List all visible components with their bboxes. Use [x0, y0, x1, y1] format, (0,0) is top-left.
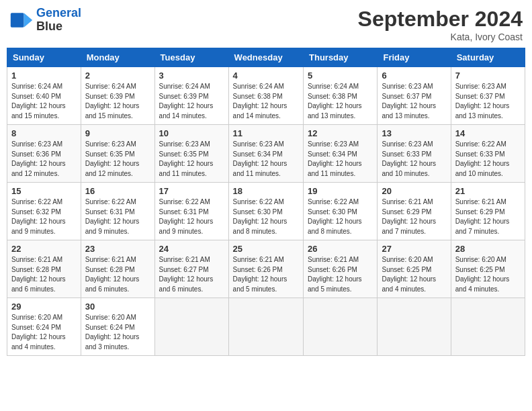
calendar-day-cell: 22 Sunrise: 6:21 AM Sunset: 6:28 PM Dayl… [7, 240, 81, 298]
day-info: Sunrise: 6:22 AM Sunset: 6:30 PM Dayligh… [233, 197, 299, 236]
day-number: 11 [233, 128, 299, 138]
day-number: 18 [233, 186, 299, 196]
day-info: Sunrise: 6:23 AM Sunset: 6:37 PM Dayligh… [455, 82, 521, 121]
svg-rect-0 [11, 13, 24, 28]
day-info: Sunrise: 6:24 AM Sunset: 6:40 PM Dayligh… [11, 82, 77, 121]
weekday-header: Tuesday [154, 48, 228, 67]
day-number: 15 [11, 186, 77, 196]
calendar-day-cell: 8 Sunrise: 6:23 AM Sunset: 6:36 PM Dayli… [7, 125, 81, 183]
day-info: Sunrise: 6:23 AM Sunset: 6:37 PM Dayligh… [382, 82, 446, 121]
calendar-day-cell: 11 Sunrise: 6:23 AM Sunset: 6:34 PM Dayl… [228, 125, 303, 183]
day-info: Sunrise: 6:23 AM Sunset: 6:33 PM Dayligh… [382, 140, 446, 179]
day-number: 6 [382, 71, 446, 81]
calendar-day-cell [154, 298, 228, 356]
day-number: 30 [85, 302, 150, 312]
calendar-day-cell: 18 Sunrise: 6:22 AM Sunset: 6:30 PM Dayl… [228, 183, 303, 240]
weekday-header: Thursday [304, 48, 378, 67]
day-number: 7 [455, 71, 521, 81]
logo: General Blue [9, 7, 81, 34]
day-info: Sunrise: 6:22 AM Sunset: 6:31 PM Dayligh… [85, 197, 150, 236]
month-title: September 2024 [358, 7, 523, 32]
day-number: 21 [455, 186, 521, 196]
logo-text: General Blue [36, 7, 81, 34]
day-number: 3 [159, 71, 224, 81]
day-number: 17 [159, 186, 224, 196]
page-header: General Blue September 2024 Kata, Ivory … [7, 7, 525, 42]
calendar-day-cell: 19 Sunrise: 6:22 AM Sunset: 6:30 PM Dayl… [304, 183, 378, 240]
calendar-week-row: 8 Sunrise: 6:23 AM Sunset: 6:36 PM Dayli… [7, 125, 525, 183]
calendar-day-cell [228, 298, 303, 356]
calendar-day-cell: 30 Sunrise: 6:20 AM Sunset: 6:24 PM Dayl… [81, 298, 154, 356]
day-info: Sunrise: 6:23 AM Sunset: 6:34 PM Dayligh… [308, 140, 373, 179]
calendar-day-cell: 26 Sunrise: 6:21 AM Sunset: 6:26 PM Dayl… [304, 240, 378, 298]
calendar-day-cell: 4 Sunrise: 6:24 AM Sunset: 6:38 PM Dayli… [228, 67, 303, 125]
calendar-day-cell [304, 298, 378, 356]
day-number: 28 [455, 244, 521, 254]
day-number: 16 [85, 186, 150, 196]
calendar-week-row: 15 Sunrise: 6:22 AM Sunset: 6:32 PM Dayl… [7, 183, 525, 240]
day-number: 26 [308, 244, 373, 254]
day-number: 8 [11, 128, 77, 138]
day-info: Sunrise: 6:21 AM Sunset: 6:27 PM Dayligh… [159, 255, 224, 294]
title-block: September 2024 Kata, Ivory Coast [358, 7, 523, 42]
day-number: 5 [308, 71, 373, 81]
day-number: 10 [159, 128, 224, 138]
calendar-day-cell: 5 Sunrise: 6:24 AM Sunset: 6:38 PM Dayli… [304, 67, 378, 125]
calendar-day-cell: 12 Sunrise: 6:23 AM Sunset: 6:34 PM Dayl… [304, 125, 378, 183]
calendar-day-cell: 15 Sunrise: 6:22 AM Sunset: 6:32 PM Dayl… [7, 183, 81, 240]
weekday-header: Saturday [451, 48, 525, 67]
day-number: 29 [11, 302, 77, 312]
day-info: Sunrise: 6:23 AM Sunset: 6:35 PM Dayligh… [159, 140, 224, 179]
calendar-day-cell: 24 Sunrise: 6:21 AM Sunset: 6:27 PM Dayl… [154, 240, 228, 298]
calendar-day-cell [451, 298, 525, 356]
weekday-header-row: SundayMondayTuesdayWednesdayThursdayFrid… [7, 48, 525, 67]
day-info: Sunrise: 6:23 AM Sunset: 6:35 PM Dayligh… [85, 140, 150, 179]
day-info: Sunrise: 6:20 AM Sunset: 6:25 PM Dayligh… [382, 255, 446, 294]
day-number: 12 [308, 128, 373, 138]
calendar-day-cell: 3 Sunrise: 6:24 AM Sunset: 6:39 PM Dayli… [154, 67, 228, 125]
location: Kata, Ivory Coast [358, 32, 523, 42]
calendar-day-cell: 7 Sunrise: 6:23 AM Sunset: 6:37 PM Dayli… [451, 67, 525, 125]
day-info: Sunrise: 6:20 AM Sunset: 6:24 PM Dayligh… [11, 313, 77, 352]
calendar-day-cell: 6 Sunrise: 6:23 AM Sunset: 6:37 PM Dayli… [378, 67, 451, 125]
day-number: 19 [308, 186, 373, 196]
day-number: 24 [159, 244, 224, 254]
day-number: 23 [85, 244, 150, 254]
day-info: Sunrise: 6:21 AM Sunset: 6:26 PM Dayligh… [233, 255, 299, 294]
day-info: Sunrise: 6:21 AM Sunset: 6:29 PM Dayligh… [382, 197, 446, 236]
calendar-day-cell: 23 Sunrise: 6:21 AM Sunset: 6:28 PM Dayl… [81, 240, 154, 298]
day-number: 9 [85, 128, 150, 138]
day-info: Sunrise: 6:23 AM Sunset: 6:34 PM Dayligh… [233, 140, 299, 179]
day-info: Sunrise: 6:22 AM Sunset: 6:33 PM Dayligh… [455, 140, 521, 179]
day-info: Sunrise: 6:24 AM Sunset: 6:38 PM Dayligh… [233, 82, 299, 121]
calendar-table: SundayMondayTuesdayWednesdayThursdayFrid… [7, 48, 525, 356]
calendar-day-cell: 1 Sunrise: 6:24 AM Sunset: 6:40 PM Dayli… [7, 67, 81, 125]
day-info: Sunrise: 6:20 AM Sunset: 6:25 PM Dayligh… [455, 255, 521, 294]
day-number: 14 [455, 128, 521, 138]
logo-blue-text: Blue [36, 20, 81, 34]
day-info: Sunrise: 6:24 AM Sunset: 6:39 PM Dayligh… [85, 82, 150, 121]
day-info: Sunrise: 6:22 AM Sunset: 6:32 PM Dayligh… [11, 197, 77, 236]
calendar-day-cell: 9 Sunrise: 6:23 AM Sunset: 6:35 PM Dayli… [81, 125, 154, 183]
day-info: Sunrise: 6:21 AM Sunset: 6:26 PM Dayligh… [308, 255, 373, 294]
weekday-header: Friday [378, 48, 451, 67]
day-number: 25 [233, 244, 299, 254]
logo-general: General [36, 6, 81, 19]
calendar-day-cell: 25 Sunrise: 6:21 AM Sunset: 6:26 PM Dayl… [228, 240, 303, 298]
day-number: 27 [382, 244, 446, 254]
weekday-header: Monday [81, 48, 154, 67]
day-info: Sunrise: 6:24 AM Sunset: 6:38 PM Dayligh… [308, 82, 373, 121]
calendar-day-cell: 10 Sunrise: 6:23 AM Sunset: 6:35 PM Dayl… [154, 125, 228, 183]
day-info: Sunrise: 6:22 AM Sunset: 6:31 PM Dayligh… [159, 197, 224, 236]
day-number: 22 [11, 244, 77, 254]
calendar-day-cell: 21 Sunrise: 6:21 AM Sunset: 6:29 PM Dayl… [451, 183, 525, 240]
calendar-day-cell: 20 Sunrise: 6:21 AM Sunset: 6:29 PM Dayl… [378, 183, 451, 240]
calendar-day-cell: 28 Sunrise: 6:20 AM Sunset: 6:25 PM Dayl… [451, 240, 525, 298]
day-info: Sunrise: 6:20 AM Sunset: 6:24 PM Dayligh… [85, 313, 150, 352]
day-info: Sunrise: 6:21 AM Sunset: 6:28 PM Dayligh… [11, 255, 77, 294]
calendar-week-row: 29 Sunrise: 6:20 AM Sunset: 6:24 PM Dayl… [7, 298, 525, 356]
calendar-day-cell: 29 Sunrise: 6:20 AM Sunset: 6:24 PM Dayl… [7, 298, 81, 356]
calendar-day-cell: 16 Sunrise: 6:22 AM Sunset: 6:31 PM Dayl… [81, 183, 154, 240]
calendar-day-cell [378, 298, 451, 356]
calendar-day-cell: 14 Sunrise: 6:22 AM Sunset: 6:33 PM Dayl… [451, 125, 525, 183]
